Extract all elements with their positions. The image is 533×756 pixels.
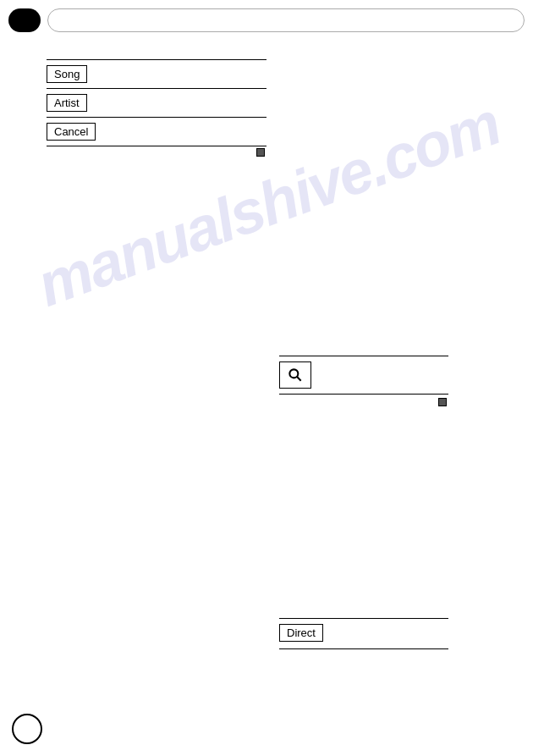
section1-line-top bbox=[47, 59, 266, 60]
search-section bbox=[279, 356, 448, 406]
song-button[interactable]: Song bbox=[47, 65, 87, 83]
section2-line-bot bbox=[279, 394, 448, 395]
section2-bottom-row bbox=[279, 398, 448, 406]
small-square-icon-1 bbox=[256, 148, 265, 157]
top-bar-logo bbox=[8, 8, 41, 32]
direct-button[interactable]: Direct bbox=[279, 624, 323, 642]
section1-line-mid1 bbox=[47, 88, 266, 89]
artist-button[interactable]: Artist bbox=[47, 94, 87, 112]
search-button[interactable] bbox=[279, 361, 311, 389]
section1-line-bot bbox=[47, 146, 266, 146]
section3-line-bot bbox=[279, 648, 448, 649]
cancel-button[interactable]: Cancel bbox=[47, 123, 96, 141]
section2-line-top bbox=[279, 356, 448, 356]
small-square-icon-2 bbox=[438, 398, 447, 406]
direct-section: Direct bbox=[279, 618, 448, 649]
section3-line-top bbox=[279, 618, 448, 619]
svg-point-0 bbox=[289, 369, 298, 378]
section1-line-mid2 bbox=[47, 117, 266, 118]
top-bar bbox=[8, 8, 525, 32]
section1-bottom-row bbox=[47, 148, 266, 157]
song-artist-cancel-section: Song Artist Cancel bbox=[47, 59, 266, 157]
search-icon bbox=[287, 367, 304, 384]
top-bar-search-input[interactable] bbox=[47, 8, 525, 32]
bottom-circle bbox=[12, 714, 42, 744]
svg-line-1 bbox=[297, 377, 301, 381]
